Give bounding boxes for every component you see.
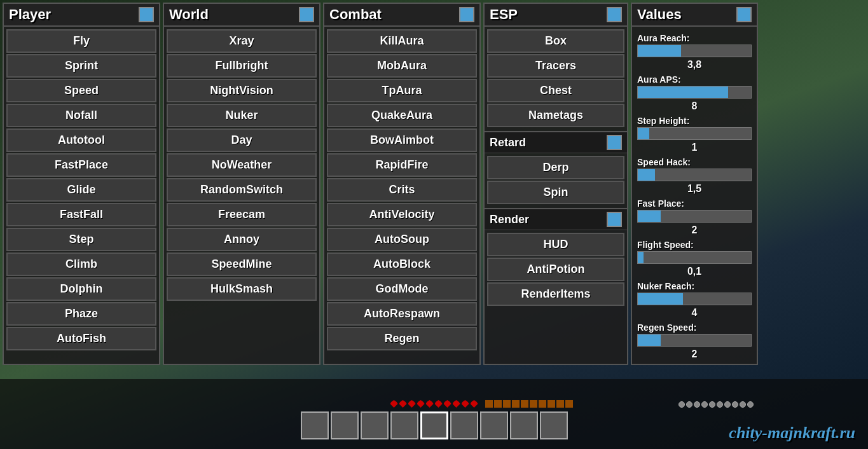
player-item-glide[interactable]: Glide [6,178,156,202]
world-item-freecam[interactable]: Freecam [167,203,317,226]
value-number: 8 [637,100,752,112]
combat-item-godmode[interactable]: GodMode [327,277,477,301]
watermark: chity-majnkraft.ru [729,424,855,443]
food-icon [494,400,502,408]
player-item-fastfall[interactable]: FastFall [6,203,156,226]
world-toggle[interactable] [299,7,314,22]
combat-title: Combat [329,6,382,23]
render-toggle[interactable] [607,212,622,227]
value-bar-container[interactable] [637,169,752,181]
value-bar [638,128,649,139]
player-item-autotool[interactable]: Autotool [6,128,156,152]
values-panel: Values Aura Reach:3,8Aura APS:8Step Heig… [631,3,758,365]
value-bar-container[interactable] [637,293,752,305]
hotbar-slot[interactable] [480,411,508,439]
hotbar-slot[interactable] [510,411,538,439]
esp-panel: ESP BoxTracersChestNametags Retard DerpS… [483,3,628,365]
render-item-renderitems[interactable]: RenderItems [487,282,624,306]
player-item-fly[interactable]: Fly [6,29,156,53]
bubble-icon [717,401,723,408]
bubble-icon [740,401,746,408]
value-bar [638,293,683,305]
combat-item-killaura[interactable]: KillAura [327,29,477,53]
world-item-fullbright[interactable]: Fullbright [167,54,317,78]
combat-toggle[interactable] [459,7,474,22]
world-item-day[interactable]: Day [167,128,317,152]
value-label: Regen Speed: [637,322,752,333]
value-label: Aura Reach: [637,33,752,43]
value-bar-container[interactable] [637,210,752,223]
combat-item-autosoup[interactable]: AutoSoup [327,228,477,251]
world-item-speedmine[interactable]: SpeedMine [167,252,317,276]
bubble-icon [732,401,738,408]
esp-item-tracers[interactable]: Tracers [487,54,624,78]
hotbar-slot[interactable] [540,411,568,439]
world-item-xray[interactable]: Xray [167,29,317,53]
world-item-noweather[interactable]: NoWeather [167,153,317,177]
player-item-step[interactable]: Step [6,228,156,251]
combat-item-autoblock[interactable]: AutoBlock [327,252,477,276]
player-item-nofall[interactable]: Nofall [6,104,156,127]
player-item-fastplace[interactable]: FastPlace [6,153,156,177]
combat-item-mobaura[interactable]: MobAura [327,54,477,78]
player-item-speed[interactable]: Speed [6,79,156,102]
value-number: 4 [637,307,752,319]
hotbar-slot[interactable] [420,411,448,439]
combat-item-tpaura[interactable]: TpAura [327,79,477,102]
player-item-dolphin[interactable]: Dolphin [6,277,156,301]
esp-item-chest[interactable]: Chest [487,79,624,102]
value-number: 0,1 [637,266,752,277]
player-toggle[interactable] [139,7,154,22]
value-bar-container[interactable] [637,334,752,347]
bubble-icon [747,401,754,408]
value-bar-container[interactable] [637,45,752,57]
value-bar-container[interactable] [637,127,752,140]
bubble-icon [709,401,715,408]
hotbar-slot[interactable] [361,411,389,439]
combat-item-crits[interactable]: Crits [327,178,477,202]
player-item-autofish[interactable]: AutoFish [6,327,156,350]
retard-toggle[interactable] [607,135,622,150]
world-item-annoy[interactable]: Annoy [167,228,317,251]
retard-item-spin[interactable]: Spin [487,181,624,204]
combat-item-regen[interactable]: Regen [327,327,477,350]
combat-item-quakeaura[interactable]: QuakeAura [327,104,477,127]
player-item-phaze[interactable]: Phaze [6,302,156,326]
value-bar [638,211,661,222]
food-icon [556,400,564,408]
esp-item-nametags[interactable]: Nametags [487,104,624,127]
esp-item-box[interactable]: Box [487,29,624,53]
value-bar-container[interactable] [637,86,752,99]
player-item-sprint[interactable]: Sprint [6,54,156,78]
food-icon [521,400,528,408]
hotbar-slot[interactable] [450,411,478,439]
hotbar-slot[interactable] [301,411,329,439]
values-header: Values [632,4,757,27]
world-item-randomswitch[interactable]: RandomSwitch [167,178,317,202]
world-item-nuker[interactable]: Nuker [167,104,317,127]
value-label: Nuker Reach: [637,281,752,291]
hotbar-slot[interactable] [390,411,418,439]
combat-item-antivelocity[interactable]: AntiVelocity [327,203,477,226]
world-panel: World XrayFullbrightNightVisionNukerDayN… [163,3,320,365]
value-number: 2 [637,349,752,360]
value-number: 2 [637,224,752,236]
values-toggle[interactable] [736,7,752,22]
world-item-hulksmash[interactable]: HulkSmash [167,277,317,301]
value-bar-container[interactable] [637,251,752,264]
world-item-nightvision[interactable]: NightVision [167,79,317,102]
combat-item-autorespawn[interactable]: AutoRespawn [327,302,477,326]
retard-item-derp[interactable]: Derp [487,156,624,179]
esp-toggle[interactable] [607,7,622,22]
player-item-climb[interactable]: Climb [6,252,156,276]
value-label: Aura APS: [637,74,752,85]
render-item-antipotion[interactable]: AntiPotion [487,258,624,281]
hotbar-slot[interactable] [331,411,359,439]
combat-item-bowaimbot[interactable]: BowAimbot [327,128,477,152]
hotbar [301,411,568,439]
player-panel: Player FlySprintSpeedNofallAutotoolFastP… [3,3,160,365]
combat-item-rapidfire[interactable]: RapidFire [327,153,477,177]
bubble-icon [701,401,708,408]
bubble-icon [694,401,700,408]
render-item-hud[interactable]: HUD [487,233,624,256]
